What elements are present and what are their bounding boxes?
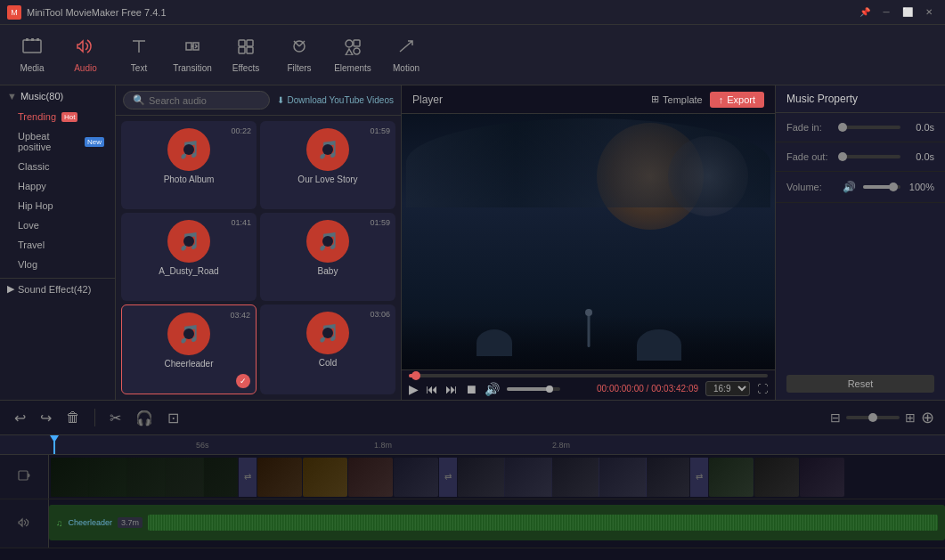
main-area: ▼ Music(80) Trending Hot Upbeat positive… xyxy=(0,85,945,400)
effects-label: Effects xyxy=(232,63,259,73)
toolbar-media[interactable]: Media xyxy=(7,28,57,82)
audio-track-our-love-story[interactable]: 01:59 🎵 Our Love Story xyxy=(260,121,395,209)
zoom-slider[interactable] xyxy=(846,416,900,419)
download-youtube-btn[interactable]: ⬇ Download YouTube Videos xyxy=(277,95,394,105)
fade-in-slider[interactable] xyxy=(843,126,900,129)
fade-in-knob[interactable] xyxy=(838,123,847,132)
search-box[interactable]: 🔍 xyxy=(123,91,270,110)
music-icon: 🎵 xyxy=(306,128,349,171)
volume-knob[interactable] xyxy=(889,183,898,191)
restore-button[interactable]: ⬜ xyxy=(899,5,916,20)
transition-2[interactable]: ⇄ xyxy=(439,458,457,497)
delete-button[interactable]: 🗑 xyxy=(62,406,84,429)
transition-3[interactable]: ⇄ xyxy=(690,458,708,497)
ruler-mark-2-8m: 2.8m xyxy=(552,441,570,450)
track-duration: 03:06 xyxy=(370,310,390,319)
volume-slider[interactable] xyxy=(507,387,560,391)
audio-track-cold[interactable]: 03:06 🎵 Cold xyxy=(260,304,395,394)
next-frame-button[interactable]: ⏭ xyxy=(445,382,458,396)
toolbar-effects[interactable]: Effects xyxy=(221,28,271,82)
music-section-header[interactable]: ▼ Music(80) xyxy=(0,85,115,107)
video-clip-1[interactable] xyxy=(51,458,238,497)
window-controls: 📌 ─ ⬜ ✕ xyxy=(856,5,938,20)
toolbar-audio[interactable]: Audio xyxy=(61,28,110,82)
fade-out-label: Fade out: xyxy=(786,151,835,162)
audio-grid: 00:22 🎵 Photo Album 01:59 🎵 Our Love Sto… xyxy=(116,116,401,400)
audio-waveform xyxy=(148,515,938,531)
video-track-content[interactable]: ⇄ ⇄ xyxy=(49,455,945,499)
crop-button[interactable]: ⊡ xyxy=(164,406,183,430)
search-input[interactable] xyxy=(149,95,260,106)
audio-track-photo-album[interactable]: 00:22 🎵 Photo Album xyxy=(121,121,257,209)
category-trending[interactable]: Trending Hot xyxy=(0,107,115,126)
undo-button[interactable]: ↩ xyxy=(11,406,29,430)
video-clip-9[interactable] xyxy=(800,458,844,497)
aspect-ratio-selector[interactable]: 16:9 xyxy=(705,381,750,396)
detach-audio-button[interactable]: 🎧 xyxy=(132,406,157,430)
video-clip-7[interactable] xyxy=(709,458,754,497)
audio-track-cheerleader[interactable]: 03:42 🎵 Cheerleader ✓ xyxy=(121,304,257,394)
play-button[interactable]: ▶ xyxy=(409,382,419,396)
fade-out-slider[interactable] xyxy=(843,155,900,158)
minimize-button[interactable]: ─ xyxy=(877,5,895,20)
expand-arrow: ▼ xyxy=(7,91,17,101)
sound-effect-section[interactable]: ▶ Sound Effect(42) xyxy=(0,278,115,299)
ruler-mark-1-8m: 1.8m xyxy=(374,441,392,450)
video-clip-5[interactable] xyxy=(394,458,438,497)
template-button[interactable]: ⊞ Template xyxy=(651,92,703,108)
video-clip-2[interactable] xyxy=(257,458,302,497)
category-classic[interactable]: Classic xyxy=(0,157,115,176)
fade-out-row: Fade out: 0.0s xyxy=(776,142,945,172)
toolbar-text[interactable]: Text xyxy=(114,28,164,82)
timeline-scrubber[interactable] xyxy=(409,374,768,377)
audio-track-baby[interactable]: 01:59 🎵 Baby xyxy=(260,213,395,301)
audio-track-dusty-road[interactable]: 01:41 🎵 A_Dusty_Road xyxy=(121,213,257,301)
video-clip-8[interactable] xyxy=(754,458,799,497)
fade-in-row: Fade in: 0.0s xyxy=(776,113,945,142)
reset-button[interactable]: Reset xyxy=(786,375,934,393)
svg-rect-0 xyxy=(23,40,41,53)
toolbar-transition[interactable]: Transition xyxy=(167,28,217,82)
video-clip-4[interactable] xyxy=(348,458,393,497)
fade-out-knob[interactable] xyxy=(838,152,847,161)
audio-track-duration: 3.7m xyxy=(118,517,143,528)
zoom-out-button[interactable]: ⊟ xyxy=(830,410,841,425)
redo-button[interactable]: ↪ xyxy=(37,406,55,430)
category-vlog[interactable]: Vlog xyxy=(0,255,115,274)
zoom-knob[interactable] xyxy=(868,413,877,422)
stop-button[interactable]: ⏹ xyxy=(465,382,477,396)
category-happy[interactable]: Happy xyxy=(0,176,115,196)
fullscreen-button[interactable]: ⛶ xyxy=(757,383,768,395)
export-button[interactable]: ↑ Export xyxy=(710,92,764,108)
video-clip-6[interactable] xyxy=(458,458,689,497)
svg-marker-18 xyxy=(29,474,29,477)
svg-rect-7 xyxy=(247,40,253,46)
toolbar-filters[interactable]: Filters xyxy=(274,28,324,82)
toolbar-motion[interactable]: Motion xyxy=(381,28,431,82)
template-icon: ⊞ xyxy=(651,93,659,105)
volume-button[interactable]: 🔊 xyxy=(485,382,500,396)
category-love[interactable]: Love xyxy=(0,215,115,235)
zoom-in-button[interactable]: ⊞ xyxy=(905,410,916,425)
transition-1[interactable]: ⇄ xyxy=(239,458,257,497)
hiphop-label: Hip Hop xyxy=(18,200,53,211)
pin-button[interactable]: 📌 xyxy=(856,5,874,20)
audio-clip[interactable]: ♫ Cheerleader 3.7m xyxy=(49,505,945,540)
audio-track-content[interactable]: ♫ Cheerleader 3.7m xyxy=(49,499,945,548)
close-button[interactable]: ✕ xyxy=(920,5,938,20)
text-icon xyxy=(129,37,149,60)
fade-in-label: Fade in: xyxy=(786,122,835,133)
toolbar-elements[interactable]: Elements xyxy=(328,28,378,82)
category-hiphop[interactable]: Hip Hop xyxy=(0,196,115,215)
scrubber-thumb[interactable] xyxy=(411,371,420,380)
add-track-button[interactable]: ⊕ xyxy=(921,408,934,427)
app-title: MiniTool MovieMaker Free 7.4.1 xyxy=(27,7,167,18)
svg-marker-15 xyxy=(346,49,353,55)
video-clip-3[interactable] xyxy=(303,458,347,497)
category-travel[interactable]: Travel xyxy=(0,235,115,255)
volume-slider[interactable] xyxy=(863,185,900,189)
se-expand-arrow: ▶ xyxy=(7,283,14,295)
prev-frame-button[interactable]: ⏮ xyxy=(426,382,438,396)
cut-button[interactable]: ✂ xyxy=(106,406,125,430)
category-upbeat[interactable]: Upbeat positive New xyxy=(0,126,115,157)
